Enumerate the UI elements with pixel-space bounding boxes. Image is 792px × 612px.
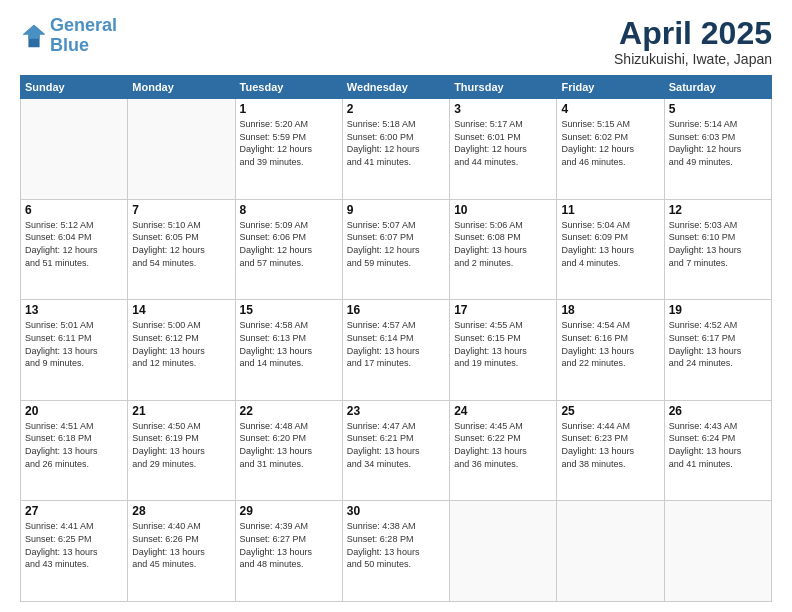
day-number: 28 [132,504,230,518]
week-row-3: 13Sunrise: 5:01 AM Sunset: 6:11 PM Dayli… [21,300,772,401]
day-number: 22 [240,404,338,418]
calendar-cell: 27Sunrise: 4:41 AM Sunset: 6:25 PM Dayli… [21,501,128,602]
day-info: Sunrise: 5:00 AM Sunset: 6:12 PM Dayligh… [132,319,230,369]
day-number: 5 [669,102,767,116]
calendar-cell: 2Sunrise: 5:18 AM Sunset: 6:00 PM Daylig… [342,99,449,200]
weekday-header-row: SundayMondayTuesdayWednesdayThursdayFrid… [21,76,772,99]
day-info: Sunrise: 4:38 AM Sunset: 6:28 PM Dayligh… [347,520,445,570]
calendar-cell: 4Sunrise: 5:15 AM Sunset: 6:02 PM Daylig… [557,99,664,200]
day-info: Sunrise: 5:03 AM Sunset: 6:10 PM Dayligh… [669,219,767,269]
day-info: Sunrise: 4:51 AM Sunset: 6:18 PM Dayligh… [25,420,123,470]
weekday-header-monday: Monday [128,76,235,99]
day-number: 2 [347,102,445,116]
calendar-cell: 13Sunrise: 5:01 AM Sunset: 6:11 PM Dayli… [21,300,128,401]
day-info: Sunrise: 4:50 AM Sunset: 6:19 PM Dayligh… [132,420,230,470]
calendar-cell: 8Sunrise: 5:09 AM Sunset: 6:06 PM Daylig… [235,199,342,300]
weekday-header-tuesday: Tuesday [235,76,342,99]
day-info: Sunrise: 5:04 AM Sunset: 6:09 PM Dayligh… [561,219,659,269]
day-info: Sunrise: 4:43 AM Sunset: 6:24 PM Dayligh… [669,420,767,470]
header: General Blue April 2025 Shizukuishi, Iwa… [20,16,772,67]
weekday-header-sunday: Sunday [21,76,128,99]
day-info: Sunrise: 5:17 AM Sunset: 6:01 PM Dayligh… [454,118,552,168]
day-info: Sunrise: 4:55 AM Sunset: 6:15 PM Dayligh… [454,319,552,369]
calendar-cell: 17Sunrise: 4:55 AM Sunset: 6:15 PM Dayli… [450,300,557,401]
day-info: Sunrise: 5:15 AM Sunset: 6:02 PM Dayligh… [561,118,659,168]
day-info: Sunrise: 4:41 AM Sunset: 6:25 PM Dayligh… [25,520,123,570]
calendar-cell: 16Sunrise: 4:57 AM Sunset: 6:14 PM Dayli… [342,300,449,401]
logo-icon [20,22,48,50]
day-info: Sunrise: 5:18 AM Sunset: 6:00 PM Dayligh… [347,118,445,168]
calendar-cell [557,501,664,602]
calendar-cell: 24Sunrise: 4:45 AM Sunset: 6:22 PM Dayli… [450,400,557,501]
day-number: 26 [669,404,767,418]
weekday-header-thursday: Thursday [450,76,557,99]
month-title: April 2025 [614,16,772,51]
day-number: 25 [561,404,659,418]
calendar-cell: 7Sunrise: 5:10 AM Sunset: 6:05 PM Daylig… [128,199,235,300]
day-number: 17 [454,303,552,317]
logo-text: General Blue [50,16,117,56]
day-info: Sunrise: 4:57 AM Sunset: 6:14 PM Dayligh… [347,319,445,369]
day-info: Sunrise: 4:40 AM Sunset: 6:26 PM Dayligh… [132,520,230,570]
day-number: 19 [669,303,767,317]
calendar-cell [450,501,557,602]
page: General Blue April 2025 Shizukuishi, Iwa… [0,0,792,612]
calendar-cell: 10Sunrise: 5:06 AM Sunset: 6:08 PM Dayli… [450,199,557,300]
calendar-cell: 19Sunrise: 4:52 AM Sunset: 6:17 PM Dayli… [664,300,771,401]
calendar-cell: 5Sunrise: 5:14 AM Sunset: 6:03 PM Daylig… [664,99,771,200]
day-number: 14 [132,303,230,317]
calendar-cell [128,99,235,200]
day-number: 27 [25,504,123,518]
calendar-cell: 28Sunrise: 4:40 AM Sunset: 6:26 PM Dayli… [128,501,235,602]
calendar-table: SundayMondayTuesdayWednesdayThursdayFrid… [20,75,772,602]
week-row-4: 20Sunrise: 4:51 AM Sunset: 6:18 PM Dayli… [21,400,772,501]
day-info: Sunrise: 5:10 AM Sunset: 6:05 PM Dayligh… [132,219,230,269]
calendar-cell: 6Sunrise: 5:12 AM Sunset: 6:04 PM Daylig… [21,199,128,300]
weekday-header-wednesday: Wednesday [342,76,449,99]
day-info: Sunrise: 5:12 AM Sunset: 6:04 PM Dayligh… [25,219,123,269]
svg-marker-1 [23,25,45,39]
day-info: Sunrise: 5:09 AM Sunset: 6:06 PM Dayligh… [240,219,338,269]
day-number: 15 [240,303,338,317]
week-row-1: 1Sunrise: 5:20 AM Sunset: 5:59 PM Daylig… [21,99,772,200]
day-number: 9 [347,203,445,217]
day-number: 12 [669,203,767,217]
day-info: Sunrise: 5:01 AM Sunset: 6:11 PM Dayligh… [25,319,123,369]
day-number: 6 [25,203,123,217]
day-info: Sunrise: 5:07 AM Sunset: 6:07 PM Dayligh… [347,219,445,269]
calendar-cell: 25Sunrise: 4:44 AM Sunset: 6:23 PM Dayli… [557,400,664,501]
calendar-cell [21,99,128,200]
day-number: 23 [347,404,445,418]
calendar-cell: 21Sunrise: 4:50 AM Sunset: 6:19 PM Dayli… [128,400,235,501]
calendar-cell: 1Sunrise: 5:20 AM Sunset: 5:59 PM Daylig… [235,99,342,200]
day-number: 10 [454,203,552,217]
day-info: Sunrise: 5:20 AM Sunset: 5:59 PM Dayligh… [240,118,338,168]
title-block: April 2025 Shizukuishi, Iwate, Japan [614,16,772,67]
day-number: 8 [240,203,338,217]
day-number: 21 [132,404,230,418]
logo: General Blue [20,16,117,56]
logo-line1: General [50,15,117,35]
calendar-cell [664,501,771,602]
calendar-cell: 30Sunrise: 4:38 AM Sunset: 6:28 PM Dayli… [342,501,449,602]
day-info: Sunrise: 5:14 AM Sunset: 6:03 PM Dayligh… [669,118,767,168]
day-info: Sunrise: 4:54 AM Sunset: 6:16 PM Dayligh… [561,319,659,369]
day-number: 3 [454,102,552,116]
calendar-cell: 9Sunrise: 5:07 AM Sunset: 6:07 PM Daylig… [342,199,449,300]
day-number: 1 [240,102,338,116]
week-row-5: 27Sunrise: 4:41 AM Sunset: 6:25 PM Dayli… [21,501,772,602]
day-info: Sunrise: 5:06 AM Sunset: 6:08 PM Dayligh… [454,219,552,269]
day-info: Sunrise: 4:45 AM Sunset: 6:22 PM Dayligh… [454,420,552,470]
weekday-header-friday: Friday [557,76,664,99]
day-info: Sunrise: 4:39 AM Sunset: 6:27 PM Dayligh… [240,520,338,570]
calendar-cell: 12Sunrise: 5:03 AM Sunset: 6:10 PM Dayli… [664,199,771,300]
day-number: 18 [561,303,659,317]
day-info: Sunrise: 4:52 AM Sunset: 6:17 PM Dayligh… [669,319,767,369]
calendar-cell: 14Sunrise: 5:00 AM Sunset: 6:12 PM Dayli… [128,300,235,401]
location-subtitle: Shizukuishi, Iwate, Japan [614,51,772,67]
day-number: 13 [25,303,123,317]
logo-line2: Blue [50,35,89,55]
day-info: Sunrise: 4:47 AM Sunset: 6:21 PM Dayligh… [347,420,445,470]
calendar-cell: 11Sunrise: 5:04 AM Sunset: 6:09 PM Dayli… [557,199,664,300]
day-number: 24 [454,404,552,418]
